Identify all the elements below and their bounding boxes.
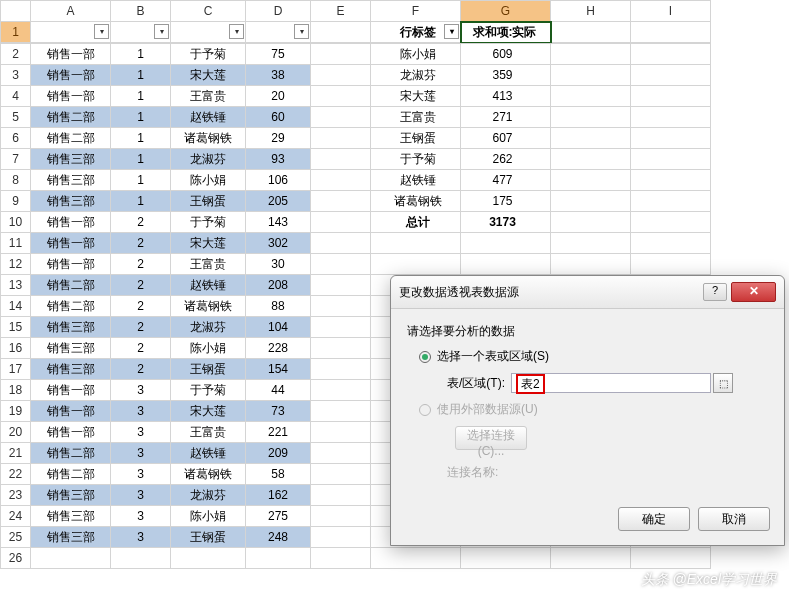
table-cell[interactable]: 销售一部	[31, 86, 111, 107]
table-cell[interactable]: 1	[111, 191, 171, 212]
filter-icon[interactable]: ▾	[229, 24, 244, 39]
pivot-row-value[interactable]: 262	[461, 149, 551, 170]
row-header-13[interactable]: 13	[1, 275, 31, 296]
table-cell[interactable]: 88	[246, 296, 311, 317]
cell[interactable]	[311, 548, 371, 569]
cell[interactable]	[631, 254, 711, 275]
pivot-row-label[interactable]: 陈小娟	[371, 44, 461, 65]
cell[interactable]	[311, 212, 371, 233]
cell[interactable]	[311, 65, 371, 86]
table-cell[interactable]: 诸葛钢铁	[171, 464, 246, 485]
table-cell[interactable]: 陈小娟	[171, 338, 246, 359]
table-cell[interactable]: 208	[246, 275, 311, 296]
cell[interactable]	[371, 254, 461, 275]
table-cell[interactable]: 销售二部	[31, 443, 111, 464]
pivot-row-value[interactable]: 175	[461, 191, 551, 212]
pivot-row-value[interactable]: 609	[461, 44, 551, 65]
table-cell[interactable]: 228	[246, 338, 311, 359]
table-cell[interactable]: 2	[111, 359, 171, 380]
cell[interactable]	[311, 296, 371, 317]
cell[interactable]	[311, 401, 371, 422]
cell[interactable]	[311, 359, 371, 380]
cell[interactable]	[311, 149, 371, 170]
cell[interactable]	[631, 44, 711, 65]
table-cell[interactable]: 销售三部	[31, 149, 111, 170]
cell[interactable]	[311, 422, 371, 443]
table-cell[interactable]: 60	[246, 107, 311, 128]
table-cell[interactable]: 3	[111, 422, 171, 443]
col-header-F[interactable]: F	[371, 1, 461, 22]
cell[interactable]	[631, 65, 711, 86]
cell[interactable]	[631, 149, 711, 170]
cell[interactable]	[631, 170, 711, 191]
cell[interactable]	[551, 128, 631, 149]
cell[interactable]	[311, 275, 371, 296]
table-cell[interactable]: 2	[111, 296, 171, 317]
table-cell[interactable]: 于予菊	[171, 44, 246, 65]
pivot-row-label-header[interactable]: 行标签▾	[371, 22, 461, 43]
table-cell[interactable]: 302	[246, 233, 311, 254]
help-button[interactable]: ?	[703, 283, 727, 301]
table-header-actual[interactable]: 实际▾	[246, 22, 311, 43]
col-header-A[interactable]: A	[31, 1, 111, 22]
table-cell[interactable]: 3	[111, 485, 171, 506]
row-header-21[interactable]: 21	[1, 443, 31, 464]
table-header-dept[interactable]: 部门▾	[31, 22, 111, 43]
row-header-11[interactable]: 11	[1, 233, 31, 254]
table-cell[interactable]: 3	[111, 506, 171, 527]
cell[interactable]	[551, 65, 631, 86]
cell[interactable]	[246, 548, 311, 569]
cell[interactable]	[631, 191, 711, 212]
cell[interactable]	[311, 464, 371, 485]
pivot-row-value[interactable]: 413	[461, 86, 551, 107]
table-cell[interactable]: 75	[246, 44, 311, 65]
cell[interactable]	[551, 212, 631, 233]
table-cell[interactable]: 诸葛钢铁	[171, 296, 246, 317]
dialog-titlebar[interactable]: 更改数据透视表数据源 ? ✕	[391, 276, 784, 309]
table-cell[interactable]: 93	[246, 149, 311, 170]
table-cell[interactable]: 销售一部	[31, 212, 111, 233]
table-cell[interactable]: 宋大莲	[171, 233, 246, 254]
row-header-10[interactable]: 10	[1, 212, 31, 233]
table-range-input[interactable]: 表2	[511, 373, 711, 393]
col-header-H[interactable]: H	[551, 1, 631, 22]
table-cell[interactable]: 销售三部	[31, 191, 111, 212]
filter-icon[interactable]: ▾	[294, 24, 309, 39]
table-cell[interactable]: 销售一部	[31, 65, 111, 86]
cell[interactable]	[631, 107, 711, 128]
cell[interactable]	[311, 506, 371, 527]
cell[interactable]	[311, 527, 371, 548]
cell[interactable]	[311, 443, 371, 464]
pivot-row-label[interactable]: 王富贵	[371, 107, 461, 128]
table-cell[interactable]: 销售二部	[31, 275, 111, 296]
table-cell[interactable]: 宋大莲	[171, 65, 246, 86]
table-cell[interactable]: 赵铁锤	[171, 443, 246, 464]
table-cell[interactable]: 诸葛钢铁	[171, 128, 246, 149]
table-cell[interactable]: 2	[111, 338, 171, 359]
table-cell[interactable]: 221	[246, 422, 311, 443]
table-cell[interactable]: 陈小娟	[171, 170, 246, 191]
table-cell[interactable]: 1	[111, 65, 171, 86]
col-header-C[interactable]: C	[171, 1, 246, 22]
pivot-row-label[interactable]: 龙淑芬	[371, 65, 461, 86]
table-cell[interactable]: 1	[111, 128, 171, 149]
cell[interactable]	[551, 254, 631, 275]
cell[interactable]	[31, 548, 111, 569]
row-header-15[interactable]: 15	[1, 317, 31, 338]
pivot-row-label[interactable]: 于予菊	[371, 149, 461, 170]
table-cell[interactable]: 20	[246, 86, 311, 107]
table-cell[interactable]: 赵铁锤	[171, 107, 246, 128]
cell[interactable]	[311, 338, 371, 359]
cell[interactable]	[311, 170, 371, 191]
cell[interactable]	[371, 548, 461, 569]
row-header-19[interactable]: 19	[1, 401, 31, 422]
cell[interactable]	[551, 107, 631, 128]
table-header-name[interactable]: 姓名▾	[171, 22, 246, 43]
filter-icon[interactable]: ▾	[444, 24, 459, 39]
table-cell[interactable]: 1	[111, 107, 171, 128]
table-cell[interactable]: 王钢蛋	[171, 359, 246, 380]
cell[interactable]	[171, 548, 246, 569]
select-all-corner[interactable]	[1, 1, 31, 22]
table-cell[interactable]: 龙淑芬	[171, 149, 246, 170]
cell[interactable]	[311, 233, 371, 254]
